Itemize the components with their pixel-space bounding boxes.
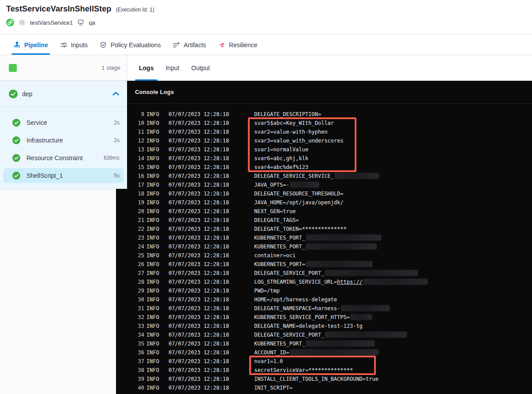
log-message: INSTALL_CLIENT_TOOLS_IN_BACKGROUND=true [254,376,378,382]
tab-artifacts-label: Artifacts [184,41,206,49]
stage-row-dep[interactable]: dep [0,81,127,107]
log-timestamp: 07/07/2023 12:28:18 [169,208,229,214]
execution-id: (Execution Id: 1) [116,7,154,13]
log-line-29: 29INFO07/07/2023 12:28:18PWD=/tmp [116,286,532,295]
redacted-value [306,261,372,267]
log-line-27: 27INFO07/07/2023 12:28:18DELEGATE_SERVIC… [116,269,532,278]
log-timestamp: 07/07/2023 12:28:18 [169,226,229,232]
log-line-13: 13INFO07/07/2023 12:28:18svar1=normalVal… [116,145,532,154]
log-level: INFO [146,208,159,214]
step-row-service[interactable]: Service 2s [3,115,124,130]
success-check-icon [12,136,20,144]
log-message: DELEGATE_TAGS= [254,217,299,223]
log-message: DELEGATE_SERVICE_SERVICE_ [254,173,379,179]
log-line-32: 32INFO07/07/2023 12:28:18KUBERNETES_SERV… [116,313,532,322]
tab-output[interactable]: Output [191,55,210,81]
log-timestamp: 07/07/2023 12:28:18 [169,367,229,373]
log-message: KUBERNETES_PORT_ [254,235,381,241]
log-line-26: 26INFO07/07/2023 12:28:18KUBERNETES_PORT… [116,260,532,269]
chevron-up-icon[interactable] [112,92,119,96]
log-message: svar4=abc%def%123 [254,164,308,170]
step-row-shellscript-1[interactable]: ShellScript_1 5s [3,168,124,183]
step-row-infrastructure[interactable]: Infrastructure 2s [3,133,124,148]
tab-input[interactable]: Input [165,55,179,81]
log-level: INFO [146,173,159,179]
log-message: container=oci [254,252,296,259]
log-line-22: 22INFO07/07/2023 12:28:18DELEGATE_TOKEN=… [116,225,532,233]
step-duration: 2s [114,120,120,126]
step-name: Resource Constraint [26,154,83,161]
log-line-16: 16INFO07/07/2023 12:28:18DELEGATE_SERVIC… [116,172,532,180]
success-check-icon [12,119,20,127]
step-row-resource-constraint[interactable]: Resource Constraint 639ms [3,150,124,165]
tab-inputs-label: Inputs [71,41,88,49]
log-line-10: 10INFO07/07/2023 12:28:18svar5$abc=Key_W… [116,119,532,128]
log-line-39: 39INFO07/07/2023 12:28:18INSTALL_CLIENT_… [116,375,532,383]
log-level: INFO [146,199,159,206]
log-message: DELEGATE_TOKEN=************** [254,226,347,232]
log-line-23: 23INFO07/07/2023 12:28:18KUBERNETES_PORT… [116,233,532,242]
tab-inputs[interactable]: Inputs [60,35,88,55]
stage-status-square [9,64,17,72]
step-duration: 5s [114,173,120,179]
success-check-icon [12,154,20,162]
log-timestamp: 07/07/2023 12:28:18 [169,376,229,382]
tab-pipeline[interactable]: Pipeline [13,35,48,55]
console-log-list[interactable]: 9INFO07/07/2023 12:28:18DELEGATE_DESCRIP… [116,110,532,392]
log-line-40: 40INFO07/07/2023 12:28:18INIT_SCRIPT= [116,383,532,392]
log-line-30: 30INFO07/07/2023 12:28:18HOME=/opt/harne… [116,295,532,304]
log-timestamp: 07/07/2023 12:28:18 [169,261,229,267]
console-logs-title: Console Logs [135,89,174,95]
log-line-number: 31 [116,305,144,311]
log-level: INFO [146,288,159,294]
log-level: INFO [146,332,159,338]
step-name: Infrastructure [26,137,63,144]
log-timestamp: 07/07/2023 12:28:18 [169,173,229,179]
log-level: INFO [146,349,159,356]
log-line-36: 36INFO07/07/2023 12:28:18ACCOUNT_ID= [116,348,532,357]
log-line-number: 32 [116,314,144,320]
redacted-value [306,341,375,346]
log-line-14: 14INFO07/07/2023 12:28:18svar6=abc,ghj,k… [116,154,532,163]
log-line-number: 27 [116,270,144,276]
resilience-chaos-icon [218,41,225,49]
redacted-value [290,349,378,355]
redacted-value [306,235,381,240]
log-message: JAVA_OPTS=- [254,182,318,188]
log-message: LOG_STREAMING_SERVICE_URL=https:// [254,279,427,285]
tab-policy-evaluations[interactable]: Policy Evaluations [100,35,161,55]
log-level: INFO [146,270,159,276]
log-level: INFO [146,341,159,347]
log-message: DELEGATE_RESOURCE_THRESHOLD= [254,191,343,197]
tab-resilience[interactable]: Resilience [218,35,258,55]
tab-pipeline-label: Pipeline [24,41,48,49]
log-level: INFO [146,164,159,170]
log-message: DELEGATE_SERVICE_PORT_ [254,332,407,338]
tab-input-label: Input [165,64,179,71]
log-message: KUBERNETES_PORT= [254,261,372,267]
log-message: DELEGATE_SERVICE_PORT_ [254,270,418,276]
step-details-tabbar: Logs Input Output [127,55,532,81]
execution-tree-panel: dep Service 2s Infrastructure 2s [0,81,127,189]
tab-logs[interactable]: Logs [139,55,154,81]
console-logs-header: Console Logs [116,81,532,104]
log-line-number: 24 [116,244,144,250]
log-line-17: 17INFO07/07/2023 12:28:18JAVA_OPTS=- [116,180,532,189]
environment-name[interactable]: qa [89,19,95,26]
log-message: DELEGATE_DESCRIPTION= [254,111,321,117]
inputs-icon [60,41,67,49]
log-message: ACCOUNT_ID= [254,349,378,356]
tab-artifacts[interactable]: Artifacts [172,35,206,55]
log-timestamp: 07/07/2023 12:28:18 [169,217,229,223]
log-url-link[interactable]: https:// [337,279,363,285]
log-line-number: 37 [116,358,144,364]
step-name: Service [26,119,47,126]
log-timestamp: 07/07/2023 12:28:18 [169,155,229,161]
service-name[interactable]: testVarsService1 [30,19,73,26]
log-line-25: 25INFO07/07/2023 12:28:18container=oci [116,251,532,260]
execution-meta-row: testVarsService1 qa [6,19,532,26]
log-level: INFO [146,182,159,188]
log-timestamp: 07/07/2023 12:28:18 [169,199,229,206]
harness-execution-page: Console Logs 9INFO07/07/2023 12:28:18DEL… [0,0,532,394]
pipeline-icon [13,41,21,49]
